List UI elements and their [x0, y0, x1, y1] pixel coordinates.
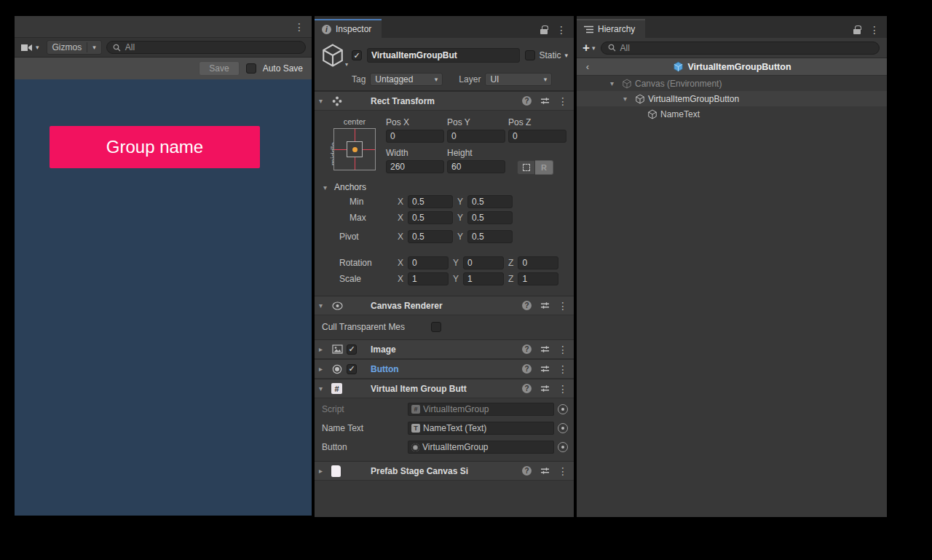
gameobject-active-checkbox[interactable]: ✓	[352, 50, 362, 60]
gizmos-dropdown[interactable]: Gizmos ▾	[47, 40, 102, 55]
width-input[interactable]	[386, 160, 444, 173]
tree-item-nametext[interactable]: NameText	[577, 106, 887, 122]
script-component-header[interactable]: ▾ # Virtual Item Group Butt ? ⋮	[315, 379, 574, 398]
scene-search-text: All	[125, 42, 135, 52]
foldout-icon[interactable]: ▾	[623, 95, 632, 103]
presets-icon[interactable]	[539, 300, 550, 312]
help-icon[interactable]: ?	[522, 96, 532, 106]
gameobject-name-input[interactable]	[367, 48, 520, 63]
create-object-button[interactable]: + ▾	[582, 42, 595, 54]
prefab-stage-foldout[interactable]: ▸	[319, 467, 328, 475]
script-object-field[interactable]: # VirtualItemGroup	[408, 403, 554, 416]
anchors-min-x-input[interactable]	[408, 195, 453, 208]
scene-toolbar: ▾ Gizmos ▾ All	[15, 38, 312, 58]
cull-transparent-mesh-checkbox[interactable]	[431, 322, 441, 332]
script-foldout[interactable]: ▾	[319, 384, 328, 393]
camera-dropdown[interactable]: ▾	[17, 40, 42, 55]
object-picker-icon[interactable]	[558, 404, 568, 414]
camera-dropdown-arrow: ▾	[36, 44, 39, 51]
anchors-min-y-input[interactable]	[467, 195, 513, 208]
presets-icon[interactable]	[539, 383, 550, 395]
tag-label: Tag	[352, 74, 366, 84]
component-menu-icon[interactable]: ⋮	[558, 364, 568, 374]
anchors-foldout[interactable]: ▾ Anchors	[323, 182, 566, 192]
scene-menu-icon[interactable]: ⋮	[294, 22, 304, 32]
anchors-max-y-input[interactable]	[467, 211, 513, 224]
hierarchy-tree: ▾ Canvas (Environment) ▾ VirtualItemGrou…	[577, 76, 887, 517]
scene-search-input[interactable]: All	[106, 41, 306, 54]
help-icon[interactable]: ?	[522, 384, 532, 393]
tab-hierarchy[interactable]: Hierarchy	[577, 19, 645, 38]
rotation-z-input[interactable]	[518, 256, 558, 269]
static-toggle[interactable]: Static ▾	[525, 50, 568, 60]
tab-inspector[interactable]: i Inspector	[315, 19, 382, 38]
hierarchy-search-input[interactable]: All	[601, 42, 880, 55]
pivot-x-input[interactable]	[408, 230, 453, 243]
canvas-renderer-header[interactable]: ▾ Canvas Renderer ? ⋮	[315, 296, 574, 315]
raw-edit-mode-button[interactable]: R	[535, 160, 553, 175]
lock-icon[interactable]	[540, 29, 548, 34]
foldout-icon[interactable]: ▾	[610, 79, 619, 87]
help-icon[interactable]: ?	[522, 466, 532, 476]
name-text-object-field[interactable]: T NameText (Text)	[408, 422, 554, 435]
layer-dropdown[interactable]: UI ▾	[485, 73, 552, 86]
inspector-menu-icon[interactable]: ⋮	[556, 25, 566, 35]
tree-item-canvas-environment[interactable]: ▾ Canvas (Environment)	[577, 76, 887, 91]
presets-icon[interactable]	[539, 465, 550, 477]
image-component-header[interactable]: ▸ ✓ Image ? ⋮	[315, 339, 574, 359]
scale-x-input[interactable]	[408, 272, 449, 285]
help-icon[interactable]: ?	[522, 301, 532, 310]
group-name-ui-button[interactable]: Group name	[50, 126, 260, 168]
tag-dropdown[interactable]: Untagged ▾	[370, 73, 443, 86]
scale-z-input[interactable]	[518, 272, 558, 285]
hierarchy-menu-icon[interactable]: ⋮	[869, 25, 880, 35]
component-menu-icon[interactable]: ⋮	[558, 96, 568, 106]
scene-tab-strip: ⋮	[15, 16, 312, 38]
pos-x-input[interactable]	[386, 130, 444, 143]
search-icon	[607, 44, 616, 52]
object-picker-icon[interactable]	[558, 442, 568, 452]
prefab-stage-header[interactable]: ▸ Prefab Stage Canvas Si ? ⋮	[315, 461, 574, 481]
scene-viewport[interactable]: Group name	[15, 79, 312, 516]
tree-item-virtualitemgroupbutton[interactable]: ▾ VirtualItemGroupButton	[577, 91, 887, 106]
image-enabled-checkbox[interactable]: ✓	[347, 344, 357, 355]
presets-icon[interactable]	[539, 95, 550, 107]
scale-y-input[interactable]	[463, 272, 504, 285]
image-foldout[interactable]: ▸	[319, 345, 328, 353]
gameobject-cube-icon	[634, 93, 646, 105]
pos-z-input[interactable]	[508, 130, 566, 143]
rect-transform-header[interactable]: ▾ Rect Transform ? ⋮	[315, 91, 574, 111]
anchors-max-x-input[interactable]	[408, 211, 453, 224]
component-menu-icon[interactable]: ⋮	[558, 301, 568, 311]
component-menu-icon[interactable]: ⋮	[558, 384, 568, 394]
back-arrow-icon[interactable]: ‹	[577, 61, 599, 72]
anchor-preset-widget[interactable]	[333, 128, 376, 170]
rect-transform-foldout[interactable]: ▾	[319, 97, 328, 105]
component-menu-icon[interactable]: ⋮	[558, 466, 568, 476]
button-enabled-checkbox[interactable]: ✓	[347, 364, 357, 374]
component-menu-icon[interactable]: ⋮	[558, 344, 568, 355]
pos-y-input[interactable]	[447, 130, 505, 143]
canvas-renderer-foldout[interactable]: ▾	[319, 301, 328, 309]
object-picker-icon[interactable]	[558, 423, 568, 433]
button-component-header[interactable]: ▸ ✓ Button ? ⋮	[315, 359, 574, 379]
rotation-y-input[interactable]	[463, 256, 504, 269]
prefab-root-title[interactable]: VirtualItemGroupButton	[599, 61, 865, 73]
image-icon	[331, 344, 343, 355]
auto-save-checkbox[interactable]	[246, 63, 256, 74]
button-foldout[interactable]: ▸	[319, 365, 328, 373]
pivot-y-input[interactable]	[467, 230, 513, 243]
presets-icon[interactable]	[539, 344, 550, 355]
static-checkbox[interactable]	[525, 50, 535, 60]
rotation-x-input[interactable]	[408, 256, 449, 269]
gameobject-cube-icon[interactable]: ▾	[320, 43, 347, 68]
lock-icon[interactable]	[853, 29, 861, 34]
script-icon: #	[331, 383, 342, 394]
blueprint-mode-button[interactable]	[517, 160, 535, 175]
help-icon[interactable]: ?	[522, 364, 532, 374]
help-icon[interactable]: ?	[522, 344, 532, 354]
presets-icon[interactable]	[539, 363, 550, 375]
height-input[interactable]	[447, 160, 505, 173]
save-button[interactable]: Save	[199, 61, 239, 76]
button-object-field[interactable]: VirtualItemGroup	[408, 441, 554, 454]
